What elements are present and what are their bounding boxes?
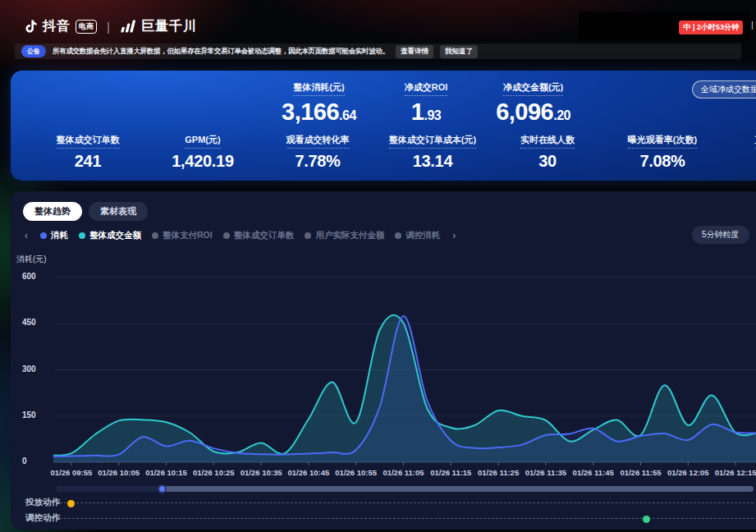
stat-value: 1,420.19: [145, 152, 260, 171]
legend-item-2[interactable]: 整体支付ROI: [152, 230, 213, 241]
legend-row: ‹ 消耗整体成交金额整体支付ROI整体成交订单数用户实际支付金额调控消耗 ›: [23, 230, 457, 241]
secondary-stat: 整体成交订单成本(元)13.14: [375, 131, 490, 171]
x-tick-label: 01/26 09:55: [51, 468, 93, 477]
chart-scrollbar[interactable]: [56, 486, 754, 492]
header-right-divider: |: [751, 20, 754, 30]
trend-card: 整体趋势素材表现 ‹ 消耗整体成交金额整体支付ROI整体成交订单数用户实际支付金…: [11, 191, 756, 530]
douyin-brand: 抖音 电商: [23, 18, 97, 35]
legend-item-5[interactable]: 调控消耗: [395, 230, 440, 241]
x-tick-label: 01/26 10:15: [145, 468, 187, 477]
legend-next-arrow[interactable]: ›: [451, 230, 457, 241]
secondary-stat: 观看成交转化率7.78%: [260, 131, 375, 171]
dismiss-button[interactable]: 我知道了: [440, 45, 478, 58]
x-tick-label: 01/26 11:35: [525, 468, 567, 477]
stat-value-dec: .20: [553, 108, 570, 122]
stat-label: 整体消耗(元): [293, 81, 344, 96]
qianchuan-brand: 巨量千川: [120, 18, 197, 35]
legend-item-label: 整体支付ROI: [163, 230, 213, 241]
tab-overall-trend[interactable]: 整体趋势: [23, 202, 82, 221]
legend-item-label: 用户实际支付金额: [315, 230, 384, 241]
trend-chart[interactable]: 01/26 09:5501/26 10:0501/26 10:1501/26 1…: [43, 269, 756, 479]
secondary-stat: 整体成交订单数241: [30, 131, 145, 171]
view-details-button[interactable]: 查看详情: [396, 45, 433, 58]
stat-label: 观看成交转化率: [260, 131, 375, 149]
x-tick-label: 01/26 11:45: [573, 468, 615, 477]
top-header: 抖音 电商 | 巨量千川: [23, 13, 197, 39]
stat-label: 直播间整体: [720, 131, 756, 149]
stat-label: GPM(元): [145, 131, 260, 149]
legend-item-0[interactable]: 消耗: [40, 230, 68, 241]
stat-label-text: 曝光观看率(次数): [628, 134, 697, 149]
secondary-stat: 实时在线人数30: [490, 131, 605, 171]
timeline-row-label: 投放动作: [25, 497, 60, 508]
stat-value-dec: .93: [424, 108, 441, 122]
legend-dot-icon: [395, 232, 401, 239]
stat-label: 净成交ROI: [405, 81, 448, 96]
live-video-preview[interactable]: 中 | 2小时53分钟: [579, 11, 749, 41]
x-tick-label: 01/26 10:25: [193, 468, 235, 477]
secondary-stat: 曝光观看率(次数)7.08%: [605, 131, 720, 171]
stat-label: 净成交金额(元): [503, 81, 563, 96]
logo-divider: |: [107, 20, 110, 34]
legend-prev-arrow[interactable]: ‹: [23, 230, 30, 241]
scrollbar-handle[interactable]: [158, 484, 167, 493]
legend-item-label: 调控消耗: [405, 230, 440, 241]
legend-dot-icon: [223, 232, 230, 239]
x-tick-label: 01/26 11:55: [620, 468, 662, 477]
legend-dot-icon: [152, 232, 158, 239]
announcement-text: 所有成交数据会先计入直播大屏数据，但如果存在异常交易订单会被动态调整，因此本页面…: [53, 47, 389, 57]
stat-label-text: 观看成交转化率: [286, 134, 350, 149]
legend-item-1[interactable]: 整体成交金额: [79, 230, 141, 241]
timeline-row-label: 调控动作: [25, 512, 60, 524]
stat-label-text: GPM(元): [185, 134, 220, 149]
x-tick-label: 01/26 10:05: [98, 468, 140, 477]
granularity-selector[interactable]: 5分钟粒度: [692, 226, 749, 244]
tab-material-performance[interactable]: 素材表现: [89, 202, 148, 221]
action-dot[interactable]: [643, 516, 650, 523]
legend-dot-icon: [40, 232, 47, 239]
primary-stat: 整体消耗(元)3,166.64: [282, 79, 356, 126]
douyin-note-icon: [23, 18, 39, 34]
stat-value: 241: [30, 152, 145, 171]
stat-label: 整体成交订单成本(元): [375, 131, 490, 149]
stat-value: 30: [490, 152, 605, 171]
legend-item-label: 整体成交金额: [89, 230, 141, 241]
primary-stat: 净成交ROI1.93: [405, 79, 448, 126]
primary-stats-row: 整体消耗(元)3,166.64净成交ROI1.93净成交金额(元)6,096.2…: [282, 79, 570, 126]
stat-value: 1.93: [405, 99, 448, 126]
x-tick-label: 01/26 12:05: [667, 468, 709, 477]
stat-value: 6,096.20: [496, 99, 570, 126]
stat-value-int: 3,166: [282, 99, 339, 125]
announcement-tag: 公告: [21, 45, 46, 57]
x-tick-label: 01/26 10:55: [335, 468, 377, 477]
ecommerce-badge: 电商: [76, 20, 97, 34]
legend-dot-icon: [305, 232, 311, 239]
scrollbar-range[interactable]: [162, 486, 754, 492]
stat-value-int: 6,096: [496, 99, 553, 125]
stat-label: 整体成交订单数: [30, 131, 145, 149]
stats-panel: 全域净成交数据 整体消耗(元)3,166.64净成交ROI1.93净成交金额(元…: [11, 71, 756, 181]
stat-label-text: 整体成交订单数: [57, 134, 120, 149]
stat-value-dec: .64: [339, 108, 356, 122]
qianchuan-logo-text: 巨量千川: [141, 18, 197, 35]
tabs: 整体趋势素材表现: [23, 202, 148, 221]
secondary-stats-row: 整体成交订单数241GPM(元)1,420.19观看成交转化率7.78%整体成交…: [11, 131, 756, 171]
action-dot[interactable]: [67, 500, 75, 507]
legend-item-3[interactable]: 整体成交订单数: [223, 230, 295, 241]
announcement-bar: 公告 所有成交数据会先计入直播大屏数据，但如果存在异常交易订单会被动态调整，因此…: [15, 44, 741, 59]
x-tick-label: 01/26 11:05: [383, 468, 424, 477]
legend-item-label: 整体成交订单数: [234, 230, 295, 241]
legend-item-4[interactable]: 用户实际支付金额: [305, 230, 384, 241]
primary-stat: 净成交金额(元)6,096.20: [496, 79, 570, 126]
stat-value: 7.08%: [605, 152, 720, 171]
x-tick-label: 01/26 11:15: [430, 468, 472, 477]
y-axis-title: 消耗(元): [16, 254, 47, 265]
regulation-actions-row: 调控动作: [11, 512, 756, 524]
scope-selector[interactable]: 全域净成交数据: [692, 80, 756, 99]
legend-items: 消耗整体成交金额整体支付ROI整体成交订单数用户实际支付金额调控消耗: [40, 230, 440, 241]
legend-item-label: 消耗: [51, 230, 68, 241]
timeline-dashed-line: [56, 502, 754, 503]
dashboard-page: 抖音 电商 | 巨量千川 中 | 2小时53分钟 | 公告 所有成交数据会先计入…: [0, 0, 756, 532]
stat-label-text: 实时在线人数: [520, 134, 575, 149]
qianchuan-bars-icon: [120, 19, 138, 34]
